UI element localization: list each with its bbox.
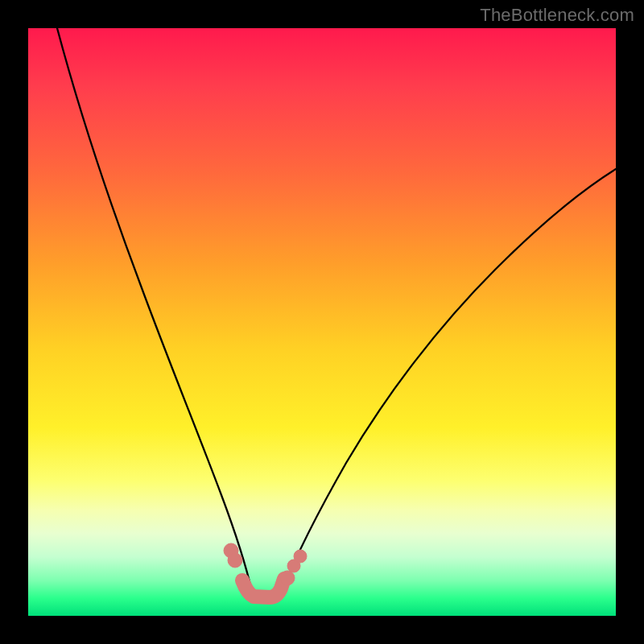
watermark-text: TheBottleneck.com (480, 5, 634, 26)
svg-point-4 (294, 550, 307, 563)
chart-frame: TheBottleneck.com (0, 0, 644, 644)
marker-cluster (224, 543, 307, 597)
svg-point-2 (280, 571, 295, 585)
svg-point-1 (228, 553, 242, 568)
right-curve (282, 169, 616, 592)
left-curve (57, 28, 252, 592)
plot-area (28, 28, 616, 616)
chart-svg (28, 28, 616, 616)
